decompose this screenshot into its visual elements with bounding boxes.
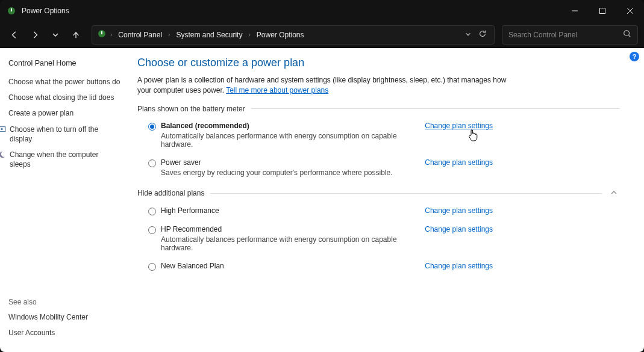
search-icon[interactable]	[623, 29, 631, 40]
search-input[interactable]	[508, 31, 623, 39]
address-icon	[97, 29, 107, 40]
address-dropdown-button[interactable]	[463, 28, 474, 42]
plan-high-performance: High Performance Change plan settings	[137, 204, 493, 223]
sidebar: Control Panel Home Choose what the power…	[0, 48, 129, 352]
sidebar-link-label: Change when the computer sleeps	[10, 150, 120, 169]
main-panel: Choose or customize a power plan A power…	[129, 48, 644, 352]
change-plan-link-power-saver[interactable]: Change plan settings	[425, 158, 493, 167]
display-icon	[0, 125, 6, 134]
see-also-section: See also Windows Mobility Center User Ac…	[8, 298, 120, 344]
section-label-text: Hide additional plans	[137, 189, 204, 197]
svg-rect-3	[600, 8, 605, 14]
change-plan-link-high-performance[interactable]: Change plan settings	[425, 206, 493, 215]
up-button[interactable]	[67, 26, 84, 43]
change-plan-link-new-balanced[interactable]: Change plan settings	[425, 262, 493, 270]
window-title: Power Options	[22, 7, 69, 15]
sidebar-link-closing-lid[interactable]: Choose what closing the lid does	[8, 93, 120, 102]
breadcrumb-item-system-security[interactable]: System and Security	[174, 29, 245, 40]
divider	[251, 108, 620, 109]
svg-point-8	[624, 31, 630, 36]
section-battery-plans: Plans shown on the battery meter	[137, 105, 620, 113]
radio-balanced[interactable]	[148, 123, 156, 131]
section-label-text: Plans shown on the battery meter	[137, 105, 245, 113]
sidebar-link-label: Choose when to turn off the display	[10, 125, 120, 144]
plan-power-saver: Power saver Saves energy by reducing you…	[137, 156, 493, 184]
change-plan-link-hp-recommended[interactable]: Change plan settings	[425, 225, 493, 233]
control-panel-home-link[interactable]: Control Panel Home	[8, 59, 120, 67]
close-button[interactable]	[616, 0, 644, 22]
minimize-button[interactable]	[561, 0, 589, 22]
radio-high-performance[interactable]	[148, 208, 156, 215]
sidebar-link-power-buttons[interactable]: Choose what the power buttons do	[8, 77, 120, 87]
back-button[interactable]	[6, 26, 23, 43]
svg-point-11	[1, 128, 3, 130]
svg-rect-7	[101, 31, 102, 34]
see-also-user-accounts[interactable]: User Accounts	[8, 328, 120, 338]
plan-hp-recommended: HP Recommended Automatically balances pe…	[137, 223, 493, 259]
plan-desc-power-saver: Saves energy by reducing your computer's…	[161, 168, 413, 177]
chevron-right-icon: ›	[109, 31, 113, 38]
plan-balanced: Balanced (recommended) Automatically bal…	[137, 119, 493, 156]
see-also-mobility-center[interactable]: Windows Mobility Center	[8, 312, 120, 322]
see-also-heading: See also	[8, 298, 120, 306]
help-button[interactable]: ?	[630, 52, 639, 61]
titlebar: Power Options	[0, 0, 644, 22]
plan-name-balanced[interactable]: Balanced (recommended)	[161, 122, 413, 130]
svg-line-9	[629, 36, 631, 37]
chevron-right-icon: ›	[247, 31, 251, 38]
divider	[210, 193, 602, 194]
window-controls	[561, 0, 644, 22]
toolbar: › Control Panel › System and Security › …	[0, 22, 644, 48]
sidebar-link-sleep[interactable]: Change when the computer sleeps	[0, 150, 120, 169]
plan-name-high-performance[interactable]: High Performance	[161, 206, 413, 215]
radio-new-balanced[interactable]	[148, 263, 156, 271]
radio-power-saver[interactable]	[148, 159, 156, 167]
svg-rect-1	[11, 8, 12, 11]
content-area: ? Control Panel Home Choose what the pow…	[0, 48, 644, 352]
change-plan-link-balanced[interactable]: Change plan settings	[425, 122, 493, 130]
breadcrumb-item-power-options[interactable]: Power Options	[254, 29, 307, 40]
plan-name-new-balanced[interactable]: New Balanced Plan	[161, 262, 413, 270]
forward-button[interactable]	[27, 26, 43, 43]
page-title: Choose or customize a power plan	[137, 57, 620, 69]
sidebar-link-display-off[interactable]: Choose when to turn off the display	[0, 125, 120, 144]
radio-hp-recommended[interactable]	[148, 226, 156, 234]
recent-locations-button[interactable]	[47, 26, 64, 43]
sidebar-link-create-plan[interactable]: Create a power plan	[8, 108, 120, 118]
breadcrumb-item-control-panel[interactable]: Control Panel	[116, 29, 164, 40]
learn-more-link[interactable]: Tell me more about power plans	[226, 86, 328, 94]
chevron-right-icon: ›	[167, 31, 171, 38]
plan-new-balanced: New Balanced Plan Change plan settings	[137, 259, 493, 278]
plan-desc-balanced: Automatically balances performance with …	[161, 132, 413, 149]
refresh-button[interactable]	[476, 27, 489, 42]
collapse-icon[interactable]	[608, 189, 620, 198]
page-description: A power plan is a collection of hardware…	[137, 75, 511, 96]
moon-icon	[0, 150, 6, 159]
app-icon	[6, 5, 17, 16]
maximize-button[interactable]	[589, 0, 616, 22]
plan-name-hp-recommended[interactable]: HP Recommended	[161, 225, 413, 233]
plan-desc-hp-recommended: Automatically balances performance with …	[161, 235, 413, 252]
section-hidden-plans[interactable]: Hide additional plans	[137, 189, 620, 198]
address-bar[interactable]: › Control Panel › System and Security › …	[92, 25, 495, 45]
plan-name-power-saver[interactable]: Power saver	[161, 158, 413, 167]
search-bar[interactable]	[502, 25, 638, 45]
